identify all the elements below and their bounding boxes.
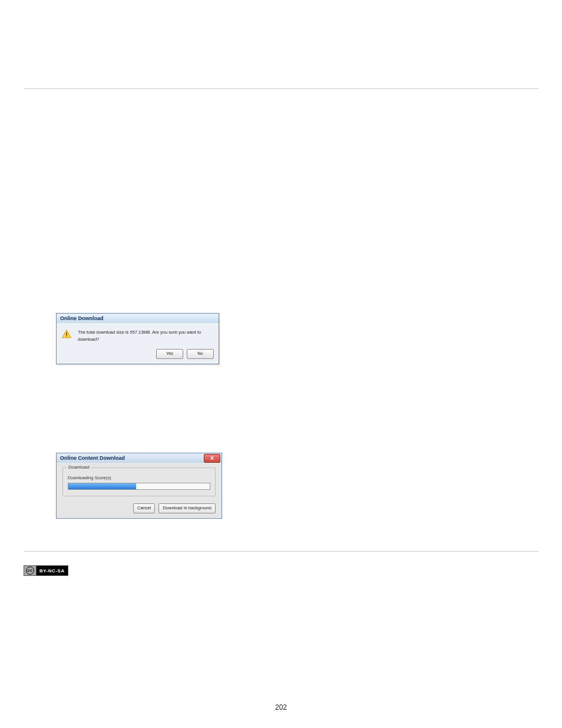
close-icon: X (210, 455, 214, 461)
dialog-body: The total download size is 557.13MB. Are… (57, 323, 219, 347)
cc-logo: cc (24, 566, 37, 575)
download-group-label: Download (67, 465, 91, 470)
progress-dialog-button-row: Cancel Download in background (57, 503, 222, 518)
cc-license-text: BY-NC-SA (37, 568, 68, 574)
progress-dialog-title: Online Content Download (60, 455, 125, 461)
cancel-button[interactable]: Cancel (133, 503, 155, 513)
online-download-dialog: Online Download The total download size … (56, 313, 219, 364)
svg-rect-1 (66, 335, 67, 337)
no-button[interactable]: No (187, 349, 214, 359)
progress-bar (68, 483, 210, 490)
progress-dialog-body: Download Downloading Score(s) (57, 463, 222, 503)
progress-bar-fill (68, 483, 136, 489)
warning-icon (61, 329, 72, 340)
online-content-download-dialog: Online Content Download X Download Downl… (56, 453, 222, 519)
download-in-background-button[interactable]: Download in background (158, 503, 216, 513)
svg-rect-0 (66, 332, 67, 335)
cc-license-badge: cc BY-NC-SA (24, 565, 68, 576)
yes-button[interactable]: Yes (156, 349, 183, 359)
page-number: 202 (0, 703, 562, 711)
close-button[interactable]: X (204, 454, 220, 463)
bottom-divider (24, 551, 538, 552)
progress-dialog-titlebar: Online Content Download X (57, 453, 222, 463)
dialog-message: The total download size is 557.13MB. Are… (78, 329, 214, 343)
download-group: Download Downloading Score(s) (62, 467, 216, 496)
dialog-button-row: Yes No (57, 347, 219, 364)
figure-area: Online Download The total download size … (56, 113, 538, 519)
download-status-text: Downloading Score(s) (68, 475, 210, 480)
dialog-title: Online Download (57, 314, 219, 323)
document-page: Online Download The total download size … (0, 0, 562, 728)
top-divider (24, 88, 538, 89)
